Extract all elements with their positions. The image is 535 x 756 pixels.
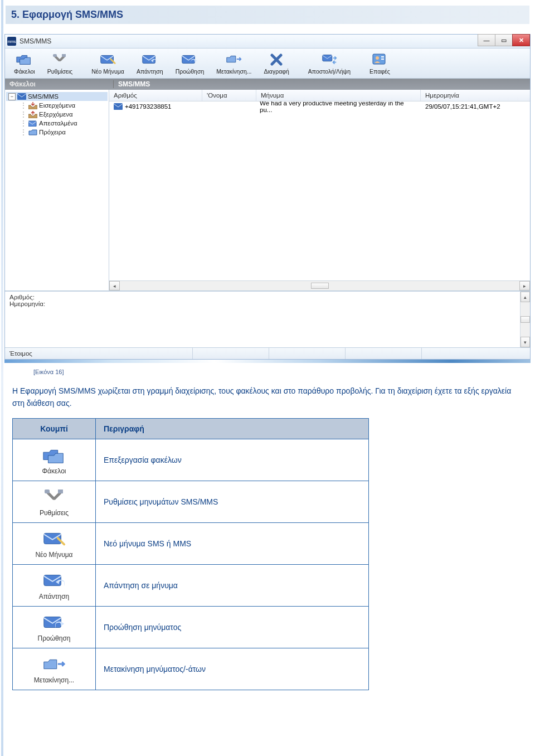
table-header-desc: Περιγραφή: [96, 419, 369, 439]
tree-folder-inbox[interactable]: ⋮ Εισερχόμενα: [6, 101, 108, 110]
toolbar-label: Μετακίνηση...: [216, 68, 251, 75]
envelope-icon: [17, 93, 26, 100]
body-paragraph: Η Εφαρμογή SMS/MMS χωρίζεται στη γραμμή …: [12, 385, 523, 409]
reply-button[interactable]: Απάντηση: [131, 51, 169, 76]
column-name[interactable]: 'Ονομα: [202, 90, 256, 101]
status-segment: [269, 348, 346, 359]
folder-tree: − SMS/MMS ⋮ Εισερχόμενα ⋮: [5, 90, 109, 290]
settings-icon: [42, 487, 66, 507]
move-icon: [42, 654, 66, 674]
window-controls: — ▭ ✕: [478, 34, 530, 46]
tree-folder-drafts[interactable]: ⋮ Πρόχειρα: [6, 128, 108, 137]
message-row[interactable]: +491793238851 We had a very productive m…: [109, 101, 530, 112]
sent-icon: [28, 119, 37, 127]
folders-icon: [42, 445, 66, 465]
tree-label: Πρόχειρα: [39, 129, 66, 135]
message-rows: +491793238851 We had a very productive m…: [109, 101, 530, 280]
scroll-track[interactable]: [120, 282, 519, 290]
column-headers: Αριθμός 'Ονομα Μήνυμα Ημερομηνία: [109, 90, 530, 101]
status-bar: Έτοιμος: [5, 347, 530, 359]
icon-caption: Προώθηση: [38, 634, 71, 642]
table-row: Απάντηση Απάντηση σε μήνυμα: [13, 565, 369, 607]
svg-rect-7: [381, 56, 384, 57]
message-icon: [114, 103, 123, 110]
new-message-button[interactable]: Νέο Μήνυμα: [86, 51, 130, 76]
horizontal-scrollbar[interactable]: ◂ ▸: [109, 280, 530, 290]
tree-folder-outbox[interactable]: ⋮ Εξερχόμενα: [6, 110, 108, 119]
table-desc: Απάντηση σε μήνυμα: [96, 565, 369, 607]
delete-icon: [268, 52, 285, 66]
tree-label: Εξερχόμενα: [39, 111, 73, 118]
toolbar: Φάκελοι Ρυθμίσεις Νέο Μήνυμα Απάντηση: [5, 49, 530, 79]
detail-date-label: Ημερομηνία:: [9, 301, 526, 307]
toolbar-label: Φάκελοι: [14, 68, 35, 75]
app-window: mms SMS/MMS — ▭ ✕ Φάκελοι Ρυθμίσεις: [4, 34, 531, 360]
new-message-icon: [99, 52, 117, 66]
scroll-left-icon[interactable]: ◂: [109, 281, 120, 290]
tree-label: Απεσταλμένα: [39, 120, 77, 127]
vertical-scrollbar[interactable]: ▴ ▾: [520, 292, 530, 347]
new-message-icon: [42, 529, 66, 549]
send-receive-icon: [320, 52, 338, 66]
forward-button[interactable]: Προώθηση: [170, 51, 210, 76]
toolbar-label: Διαγραφή: [264, 68, 289, 75]
cell-message: We had a very productive meeting yesterd…: [255, 101, 421, 113]
contacts-icon: [371, 52, 388, 66]
toolbar-label: Επαφές: [369, 68, 390, 75]
table-row: Ρυθμίσεις Ρυθμίσεις μηνυμάτων SMS/MMS: [13, 481, 369, 523]
svg-point-6: [376, 56, 379, 60]
detail-number-label: Αριθμός:: [9, 294, 526, 301]
figure-caption: [Εικόνα 16]: [33, 369, 535, 375]
reply-icon: [42, 570, 66, 590]
table-row: Φάκελοι Επεξεργασία φακέλων: [13, 439, 369, 481]
scroll-up-icon[interactable]: ▴: [521, 292, 530, 302]
tree-label: SMS/MMS: [28, 93, 59, 100]
contacts-button[interactable]: Επαφές: [364, 51, 396, 76]
icon-caption: Νέο Μήνυμα: [35, 551, 72, 559]
button-description-table: Κουμπί Περιγραφή Φάκελοι Επεξεργασία φακ…: [12, 418, 369, 690]
status-segment: [346, 348, 422, 359]
tree-root-smsmms[interactable]: − SMS/MMS: [6, 92, 108, 101]
drafts-icon: [28, 128, 37, 136]
column-message[interactable]: Μήνυμα: [256, 90, 421, 101]
settings-icon: [51, 52, 69, 66]
content-title: SMS/MMS: [114, 80, 150, 88]
toolbar-label: Προώθηση: [176, 68, 205, 75]
column-date[interactable]: Ημερομηνία: [421, 90, 530, 101]
reply-icon: [141, 52, 159, 66]
expander-icon[interactable]: −: [8, 93, 16, 100]
delete-button[interactable]: Διαγραφή: [259, 51, 295, 76]
decorative-left-edge: [1, 0, 3, 701]
toolbar-label: Ρυθμίσεις: [47, 68, 73, 75]
send-receive-button[interactable]: Αποστολή/Λήψη: [303, 51, 356, 76]
window-titlebar: mms SMS/MMS — ▭ ✕: [5, 35, 530, 49]
status-segment: [422, 348, 530, 359]
settings-button[interactable]: Ρυθμίσεις: [42, 51, 79, 76]
inbox-icon: [28, 101, 37, 109]
status-text: Έτοιμος: [5, 348, 193, 359]
toolbar-label: Απάντηση: [137, 68, 163, 75]
svg-rect-0: [53, 54, 57, 57]
minimize-button[interactable]: —: [478, 34, 495, 46]
scroll-thumb[interactable]: [521, 316, 530, 323]
scroll-down-icon[interactable]: ▾: [521, 337, 530, 347]
close-button[interactable]: ✕: [512, 34, 530, 46]
toolbar-label: Νέο Μήνυμα: [91, 68, 124, 75]
svg-rect-4: [323, 55, 332, 61]
table-row: Προώθηση Προώθηση μηνύματος: [13, 607, 369, 648]
svg-rect-10: [28, 121, 36, 127]
svg-rect-8: [381, 59, 384, 60]
move-button[interactable]: Μετακίνηση...: [211, 51, 257, 76]
folders-button[interactable]: Φάκελοι: [8, 51, 41, 76]
message-list-pane: Αριθμός 'Ονομα Μήνυμα Ημερομηνία +491793…: [109, 90, 530, 290]
svg-rect-11: [114, 103, 123, 110]
tree-folder-sent[interactable]: ⋮ Απεσταλμένα: [6, 119, 108, 128]
maximize-button[interactable]: ▭: [495, 34, 513, 46]
tree-label: Εισερχόμενα: [39, 102, 75, 109]
icon-caption: Απάντηση: [39, 593, 70, 600]
forward-icon: [42, 612, 66, 632]
scroll-right-icon[interactable]: ▸: [519, 281, 530, 290]
toolbar-label: Αποστολή/Λήψη: [308, 68, 351, 75]
column-number[interactable]: Αριθμός: [109, 90, 202, 101]
status-segment: [193, 348, 269, 359]
